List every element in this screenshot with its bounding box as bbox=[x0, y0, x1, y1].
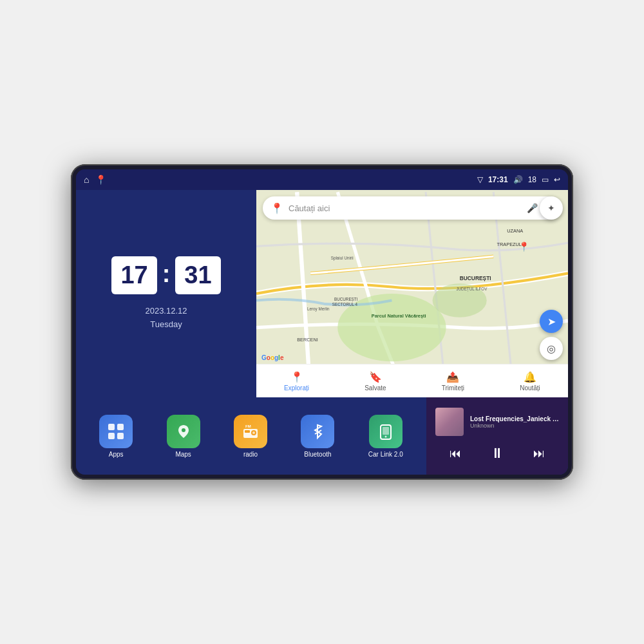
svg-text:BUCUREȘTI: BUCUREȘTI bbox=[460, 275, 491, 281]
map-bottom-nav: 📍 Explorați 🔖 Salvate 📤 Trimiteți � bbox=[256, 364, 568, 397]
apps-icon bbox=[99, 415, 133, 448]
map-search-text[interactable]: Căutați aici bbox=[289, 204, 522, 213]
volume-icon: 🔊 bbox=[513, 175, 523, 184]
music-player: Lost Frequencies_Janieck Devy-... Unknow… bbox=[426, 397, 568, 475]
map-star-button[interactable]: ✦ bbox=[540, 196, 563, 220]
status-time: 17:31 bbox=[488, 175, 508, 184]
music-title: Lost Frequencies_Janieck Devy-... bbox=[470, 415, 559, 422]
status-bar: ⌂ 📍 ▽ 17:31 🔊 18 ▭ ↩ bbox=[76, 169, 568, 190]
music-info: Lost Frequencies_Janieck Devy-... Unknow… bbox=[470, 415, 559, 429]
app-item-radio[interactable]: FM radio bbox=[234, 415, 267, 458]
status-left: ⌂ 📍 bbox=[84, 175, 106, 185]
map-nav-news-label: Noutăți bbox=[520, 384, 540, 392]
home-icon[interactable]: ⌂ bbox=[84, 175, 89, 185]
back-icon[interactable]: ↩ bbox=[554, 175, 560, 184]
svg-point-21 bbox=[252, 431, 255, 434]
svg-text:Parcul Natural Văcărești: Parcul Natural Văcărești bbox=[372, 313, 426, 319]
send-icon: 📤 bbox=[446, 371, 459, 383]
music-play-button[interactable]: ⏸ bbox=[488, 442, 507, 464]
svg-point-25 bbox=[384, 435, 386, 437]
map-nav-news[interactable]: 🔔 Noutăți bbox=[520, 371, 540, 392]
svg-rect-13 bbox=[108, 424, 115, 430]
car-head-unit: ⌂ 📍 ▽ 17:31 🔊 18 ▭ ↩ 17 : 31 bbox=[71, 164, 573, 480]
apps-dock: Apps Maps bbox=[76, 397, 426, 475]
maps-label: Maps bbox=[175, 451, 191, 458]
signal-icon: ▽ bbox=[477, 175, 483, 184]
svg-text:JUDEȚUL ILFOV: JUDEȚUL ILFOV bbox=[456, 287, 488, 292]
map-location-button[interactable]: ◎ bbox=[540, 337, 563, 360]
maps-icon bbox=[167, 415, 200, 448]
svg-text:FM: FM bbox=[245, 424, 251, 428]
clock-display: 17 : 31 bbox=[111, 256, 220, 294]
svg-rect-24 bbox=[383, 427, 389, 435]
bluetooth-icon bbox=[301, 415, 334, 448]
map-nav-saved-label: Salvate bbox=[365, 384, 386, 392]
app-item-carlink[interactable]: Car Link 2.0 bbox=[368, 415, 403, 458]
bluetooth-label: Bluetooth bbox=[304, 451, 331, 458]
map-search-bar[interactable]: 📍 Căutați aici 🎤 👤 bbox=[263, 196, 562, 220]
svg-rect-14 bbox=[117, 424, 124, 430]
clock-hour: 17 bbox=[111, 256, 156, 294]
map-nav-explore[interactable]: 📍 Explorați bbox=[284, 371, 309, 392]
radio-icon: FM bbox=[234, 415, 267, 448]
battery-icon: ▭ bbox=[542, 175, 549, 184]
map-nav-saved[interactable]: 🔖 Salvate bbox=[365, 371, 386, 392]
map-panel[interactable]: Parcul Natural Văcărești BUCUREȘTI JUDEȚ… bbox=[256, 190, 568, 397]
app-item-maps[interactable]: Maps bbox=[167, 415, 200, 458]
explore-icon: 📍 bbox=[290, 371, 303, 383]
music-thumbnail bbox=[435, 408, 464, 436]
carlink-icon bbox=[369, 415, 402, 448]
map-red-pin: 📍 bbox=[518, 242, 529, 252]
status-right: ▽ 17:31 🔊 18 ▭ ↩ bbox=[477, 175, 560, 184]
clock-date: 2023.12.12 Tuesday bbox=[145, 305, 187, 332]
apps-label: Apps bbox=[109, 451, 124, 458]
bottom-section: Apps Maps bbox=[76, 397, 568, 475]
map-navigate-button[interactable]: ➤ bbox=[540, 310, 563, 333]
svg-point-17 bbox=[182, 428, 185, 432]
music-prev-button[interactable]: ⏮ bbox=[447, 444, 464, 463]
map-nav-send[interactable]: 📤 Trimiteți bbox=[442, 371, 464, 392]
music-top: Lost Frequencies_Janieck Devy-... Unknow… bbox=[435, 408, 559, 436]
main-content: 17 : 31 2023.12.12 Tuesday bbox=[76, 190, 568, 475]
svg-rect-15 bbox=[108, 433, 115, 439]
svg-text:Splaiul Unirii: Splaiul Unirii bbox=[331, 256, 354, 261]
app-item-bluetooth[interactable]: Bluetooth bbox=[301, 415, 334, 458]
svg-text:SECTORUL 4: SECTORUL 4 bbox=[332, 302, 358, 307]
news-icon: 🔔 bbox=[524, 371, 536, 383]
clock-minute: 31 bbox=[175, 256, 220, 294]
radio-label: radio bbox=[243, 451, 258, 458]
music-next-button[interactable]: ⏭ bbox=[531, 444, 547, 463]
volume-level: 18 bbox=[528, 175, 536, 184]
svg-text:Leroy Merlin: Leroy Merlin bbox=[307, 307, 330, 312]
map-nav-send-label: Trimiteți bbox=[442, 384, 464, 392]
map-nav-explore-label: Explorați bbox=[284, 384, 309, 392]
google-logo: Google bbox=[261, 354, 283, 361]
map-pin-icon: 📍 bbox=[270, 202, 283, 214]
music-artist: Unknown bbox=[470, 422, 559, 429]
clock-colon: : bbox=[162, 260, 171, 288]
device-screen: ⌂ 📍 ▽ 17:31 🔊 18 ▭ ↩ 17 : 31 bbox=[76, 169, 568, 475]
saved-icon: 🔖 bbox=[369, 371, 382, 383]
top-section: 17 : 31 2023.12.12 Tuesday bbox=[76, 190, 568, 397]
voice-search-icon[interactable]: 🎤 bbox=[527, 203, 538, 213]
svg-rect-19 bbox=[245, 430, 250, 433]
svg-text:BERCENI: BERCENI bbox=[297, 337, 318, 343]
clock-panel: 17 : 31 2023.12.12 Tuesday bbox=[76, 190, 256, 397]
maps-nav-icon[interactable]: 📍 bbox=[95, 175, 106, 185]
svg-text:BUCUREȘTI: BUCUREȘTI bbox=[334, 297, 358, 302]
carlink-label: Car Link 2.0 bbox=[368, 451, 403, 458]
music-controls: ⏮ ⏸ ⏭ bbox=[435, 442, 559, 464]
svg-rect-16 bbox=[117, 433, 124, 439]
svg-text:UZANA: UZANA bbox=[507, 228, 523, 234]
app-item-apps[interactable]: Apps bbox=[99, 415, 133, 458]
